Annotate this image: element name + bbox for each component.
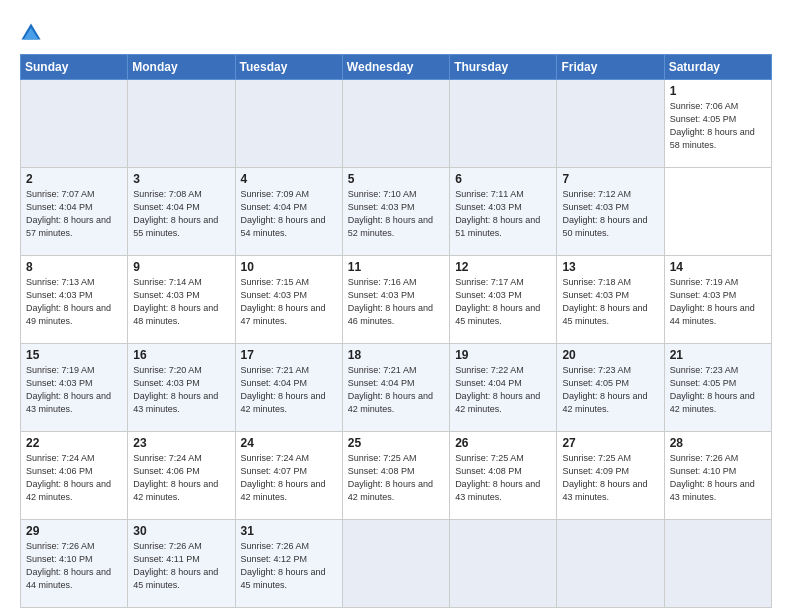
day-detail: Sunrise: 7:21 AMSunset: 4:04 PMDaylight:… — [348, 365, 433, 414]
calendar-day-17: 17Sunrise: 7:21 AMSunset: 4:04 PMDayligh… — [235, 344, 342, 432]
day-detail: Sunrise: 7:26 AMSunset: 4:12 PMDaylight:… — [241, 541, 326, 590]
day-number: 18 — [348, 348, 445, 362]
empty-cell — [557, 80, 664, 168]
calendar-day-12: 12Sunrise: 7:17 AMSunset: 4:03 PMDayligh… — [450, 256, 557, 344]
header — [20, 18, 772, 44]
calendar-day-26: 26Sunrise: 7:25 AMSunset: 4:08 PMDayligh… — [450, 432, 557, 520]
day-detail: Sunrise: 7:19 AMSunset: 4:03 PMDaylight:… — [26, 365, 111, 414]
page: SundayMondayTuesdayWednesdayThursdayFrid… — [0, 0, 792, 612]
day-detail: Sunrise: 7:15 AMSunset: 4:03 PMDaylight:… — [241, 277, 326, 326]
day-number: 22 — [26, 436, 123, 450]
day-number: 20 — [562, 348, 659, 362]
day-detail: Sunrise: 7:21 AMSunset: 4:04 PMDaylight:… — [241, 365, 326, 414]
calendar-day-6: 6Sunrise: 7:11 AMSunset: 4:03 PMDaylight… — [450, 168, 557, 256]
day-number: 28 — [670, 436, 767, 450]
day-number: 5 — [348, 172, 445, 186]
empty-cell — [21, 80, 128, 168]
day-number: 3 — [133, 172, 230, 186]
calendar-day-18: 18Sunrise: 7:21 AMSunset: 4:04 PMDayligh… — [342, 344, 449, 432]
calendar-header-thursday: Thursday — [450, 55, 557, 80]
empty-cell — [235, 80, 342, 168]
day-number: 10 — [241, 260, 338, 274]
day-number: 21 — [670, 348, 767, 362]
calendar-day-2: 2Sunrise: 7:07 AMSunset: 4:04 PMDaylight… — [21, 168, 128, 256]
calendar-day-7: 7Sunrise: 7:12 AMSunset: 4:03 PMDaylight… — [557, 168, 664, 256]
day-detail: Sunrise: 7:18 AMSunset: 4:03 PMDaylight:… — [562, 277, 647, 326]
day-detail: Sunrise: 7:12 AMSunset: 4:03 PMDaylight:… — [562, 189, 647, 238]
calendar-header-row: SundayMondayTuesdayWednesdayThursdayFrid… — [21, 55, 772, 80]
calendar-day-21: 21Sunrise: 7:23 AMSunset: 4:05 PMDayligh… — [664, 344, 771, 432]
calendar-week-4: 15Sunrise: 7:19 AMSunset: 4:03 PMDayligh… — [21, 344, 772, 432]
day-number: 23 — [133, 436, 230, 450]
day-detail: Sunrise: 7:06 AMSunset: 4:05 PMDaylight:… — [670, 101, 755, 150]
day-detail: Sunrise: 7:19 AMSunset: 4:03 PMDaylight:… — [670, 277, 755, 326]
calendar-day-27: 27Sunrise: 7:25 AMSunset: 4:09 PMDayligh… — [557, 432, 664, 520]
day-number: 6 — [455, 172, 552, 186]
calendar-day-5: 5Sunrise: 7:10 AMSunset: 4:03 PMDaylight… — [342, 168, 449, 256]
day-detail: Sunrise: 7:08 AMSunset: 4:04 PMDaylight:… — [133, 189, 218, 238]
calendar-day-4: 4Sunrise: 7:09 AMSunset: 4:04 PMDaylight… — [235, 168, 342, 256]
calendar-day-8: 8Sunrise: 7:13 AMSunset: 4:03 PMDaylight… — [21, 256, 128, 344]
calendar-day-25: 25Sunrise: 7:25 AMSunset: 4:08 PMDayligh… — [342, 432, 449, 520]
day-detail: Sunrise: 7:26 AMSunset: 4:10 PMDaylight:… — [670, 453, 755, 502]
calendar-week-2: 2Sunrise: 7:07 AMSunset: 4:04 PMDaylight… — [21, 168, 772, 256]
day-number: 27 — [562, 436, 659, 450]
day-number: 30 — [133, 524, 230, 538]
calendar-header-saturday: Saturday — [664, 55, 771, 80]
day-detail: Sunrise: 7:20 AMSunset: 4:03 PMDaylight:… — [133, 365, 218, 414]
calendar-day-23: 23Sunrise: 7:24 AMSunset: 4:06 PMDayligh… — [128, 432, 235, 520]
calendar-day-1: 1Sunrise: 7:06 AMSunset: 4:05 PMDaylight… — [664, 80, 771, 168]
day-number: 25 — [348, 436, 445, 450]
calendar-header-sunday: Sunday — [21, 55, 128, 80]
day-number: 14 — [670, 260, 767, 274]
day-detail: Sunrise: 7:26 AMSunset: 4:11 PMDaylight:… — [133, 541, 218, 590]
calendar-day-9: 9Sunrise: 7:14 AMSunset: 4:03 PMDaylight… — [128, 256, 235, 344]
calendar-day-22: 22Sunrise: 7:24 AMSunset: 4:06 PMDayligh… — [21, 432, 128, 520]
day-number: 7 — [562, 172, 659, 186]
day-detail: Sunrise: 7:26 AMSunset: 4:10 PMDaylight:… — [26, 541, 111, 590]
day-number: 26 — [455, 436, 552, 450]
day-detail: Sunrise: 7:24 AMSunset: 4:06 PMDaylight:… — [26, 453, 111, 502]
calendar-header-tuesday: Tuesday — [235, 55, 342, 80]
calendar-day-15: 15Sunrise: 7:19 AMSunset: 4:03 PMDayligh… — [21, 344, 128, 432]
calendar-week-5: 22Sunrise: 7:24 AMSunset: 4:06 PMDayligh… — [21, 432, 772, 520]
day-detail: Sunrise: 7:24 AMSunset: 4:07 PMDaylight:… — [241, 453, 326, 502]
calendar-day-13: 13Sunrise: 7:18 AMSunset: 4:03 PMDayligh… — [557, 256, 664, 344]
day-number: 2 — [26, 172, 123, 186]
logo — [20, 22, 44, 44]
empty-cell — [342, 520, 449, 608]
calendar-header-monday: Monday — [128, 55, 235, 80]
calendar-day-29: 29Sunrise: 7:26 AMSunset: 4:10 PMDayligh… — [21, 520, 128, 608]
calendar-day-19: 19Sunrise: 7:22 AMSunset: 4:04 PMDayligh… — [450, 344, 557, 432]
day-number: 16 — [133, 348, 230, 362]
empty-cell — [128, 80, 235, 168]
day-number: 13 — [562, 260, 659, 274]
day-number: 8 — [26, 260, 123, 274]
empty-cell — [450, 520, 557, 608]
day-number: 29 — [26, 524, 123, 538]
empty-cell — [342, 80, 449, 168]
logo-icon — [20, 22, 42, 44]
day-number: 9 — [133, 260, 230, 274]
day-number: 19 — [455, 348, 552, 362]
day-number: 1 — [670, 84, 767, 98]
calendar-day-24: 24Sunrise: 7:24 AMSunset: 4:07 PMDayligh… — [235, 432, 342, 520]
day-detail: Sunrise: 7:11 AMSunset: 4:03 PMDaylight:… — [455, 189, 540, 238]
day-number: 4 — [241, 172, 338, 186]
empty-cell — [557, 520, 664, 608]
day-detail: Sunrise: 7:13 AMSunset: 4:03 PMDaylight:… — [26, 277, 111, 326]
day-detail: Sunrise: 7:23 AMSunset: 4:05 PMDaylight:… — [670, 365, 755, 414]
day-number: 17 — [241, 348, 338, 362]
day-detail: Sunrise: 7:24 AMSunset: 4:06 PMDaylight:… — [133, 453, 218, 502]
day-number: 24 — [241, 436, 338, 450]
calendar-week-1: 1Sunrise: 7:06 AMSunset: 4:05 PMDaylight… — [21, 80, 772, 168]
calendar-day-11: 11Sunrise: 7:16 AMSunset: 4:03 PMDayligh… — [342, 256, 449, 344]
empty-cell — [664, 520, 771, 608]
calendar-day-14: 14Sunrise: 7:19 AMSunset: 4:03 PMDayligh… — [664, 256, 771, 344]
day-detail: Sunrise: 7:07 AMSunset: 4:04 PMDaylight:… — [26, 189, 111, 238]
day-detail: Sunrise: 7:16 AMSunset: 4:03 PMDaylight:… — [348, 277, 433, 326]
calendar-day-30: 30Sunrise: 7:26 AMSunset: 4:11 PMDayligh… — [128, 520, 235, 608]
day-detail: Sunrise: 7:25 AMSunset: 4:09 PMDaylight:… — [562, 453, 647, 502]
calendar-header-friday: Friday — [557, 55, 664, 80]
day-detail: Sunrise: 7:23 AMSunset: 4:05 PMDaylight:… — [562, 365, 647, 414]
